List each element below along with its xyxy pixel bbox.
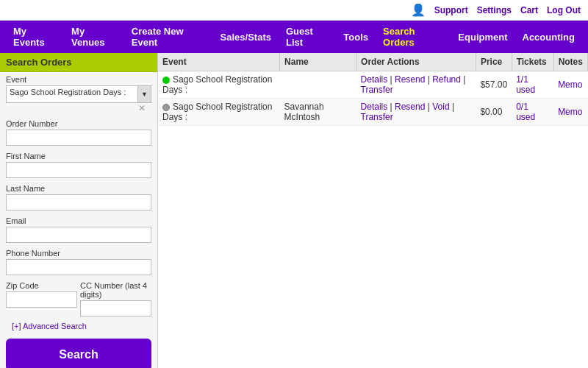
search-button-wrap: Search (0, 333, 157, 368)
order-number-label: Order Number (6, 119, 151, 128)
event-label: Event (6, 75, 151, 84)
zip-code-input[interactable] (6, 291, 77, 308)
cc-number-label: CC Number (last 4 digits) (80, 281, 151, 299)
cc-number-input[interactable] (80, 300, 151, 316)
action-link-details[interactable]: Details (361, 102, 388, 112)
phone-number-input[interactable] (6, 259, 151, 275)
cell-event: Sago School Registration Days : (158, 71, 280, 99)
col-name: Name (280, 53, 356, 71)
search-orders-title: Search Orders (0, 53, 157, 72)
status-dot (162, 104, 170, 111)
zip-code-label: Zip Code (6, 281, 77, 290)
email-group: Email (0, 213, 157, 246)
col-notes: Notes (553, 53, 587, 71)
action-link-transfer[interactable]: Transfer (361, 112, 393, 122)
nav-guest-list[interactable]: Guest List (279, 21, 336, 53)
action-link-details[interactable]: Details (361, 74, 388, 85)
cell-event: Sago School Registration Days : (158, 99, 280, 126)
cell-name (280, 71, 356, 99)
nav-tools[interactable]: Tools (336, 21, 376, 53)
first-name-group: First Name (0, 149, 157, 181)
table-header-row: Event Name Order Actions Price Tickets N… (158, 53, 588, 71)
nav-create-new-event[interactable]: Create New Event (124, 21, 213, 53)
event-select-text: Sago School Registration Days : (7, 86, 137, 102)
last-name-label: Last Name (6, 184, 151, 193)
nav-accounting[interactable]: Accounting (515, 21, 583, 53)
sidebar: Search Orders Event Sago School Registra… (0, 53, 158, 368)
tickets-link[interactable]: 0/1 used (516, 102, 535, 122)
event-select-wrapper[interactable]: Sago School Registration Days : ▼ (6, 85, 151, 103)
zip-cc-row: Zip Code CC Number (last 4 digits) (0, 278, 157, 319)
last-name-group: Last Name (0, 181, 157, 213)
user-icon: 👤 (411, 3, 426, 17)
event-select-dropdown-btn[interactable]: ▼ (137, 86, 151, 102)
search-button[interactable]: Search (6, 339, 151, 368)
col-tickets: Tickets (512, 53, 553, 71)
cell-tickets: 1/1 used (512, 71, 553, 99)
action-link-resend[interactable]: Resend (395, 74, 425, 85)
order-number-input[interactable] (6, 130, 151, 146)
zip-code-group: Zip Code (6, 281, 77, 316)
table-row: Sago School Registration Days :Savannah … (158, 99, 588, 126)
cell-price: $0.00 (476, 99, 512, 126)
memo-link[interactable]: Memo (558, 107, 582, 117)
cell-name: Savannah McIntosh (280, 99, 356, 126)
status-dot (162, 77, 170, 84)
memo-link[interactable]: Memo (558, 79, 582, 90)
nav-sales-stats[interactable]: Sales/Stats (213, 21, 279, 53)
action-link-refund[interactable]: Refund (432, 74, 461, 85)
action-link-resend[interactable]: Resend (395, 102, 425, 112)
phone-number-label: Phone Number (6, 249, 151, 258)
orders-table: Event Name Order Actions Price Tickets N… (158, 53, 588, 126)
content-area: Event Name Order Actions Price Tickets N… (158, 53, 588, 368)
table-row: Sago School Registration Days :Details |… (158, 71, 588, 99)
nav-bar: My Events My Venues Create New Event Sal… (0, 21, 588, 53)
advanced-search-link[interactable]: [+] Advanced Search (6, 320, 93, 332)
nav-my-events[interactable]: My Events (6, 21, 64, 53)
first-name-label: First Name (6, 152, 151, 160)
action-link-transfer[interactable]: Transfer (361, 85, 393, 95)
email-input[interactable] (6, 227, 151, 243)
settings-link[interactable]: Settings (477, 5, 512, 15)
cc-number-group: CC Number (last 4 digits) (80, 281, 151, 316)
action-link-void[interactable]: Void (432, 102, 449, 112)
col-price: Price (476, 53, 512, 71)
nav-equipment[interactable]: Equipment (451, 21, 514, 53)
top-bar-links: 👤 Support Settings Cart Log Out (411, 3, 581, 17)
email-label: Email (6, 216, 151, 225)
last-name-input[interactable] (6, 194, 151, 210)
col-event: Event (158, 53, 280, 71)
cell-actions: Details | Resend | Void | Transfer (356, 99, 476, 126)
cell-notes: Memo (553, 71, 587, 99)
support-link[interactable]: Support (434, 5, 468, 15)
event-clear-btn[interactable]: ✕ (6, 103, 151, 113)
nav-my-venues[interactable]: My Venues (64, 21, 124, 53)
tickets-link[interactable]: 1/1 used (516, 74, 535, 95)
event-selector: Event Sago School Registration Days : ▼ … (0, 72, 157, 116)
logout-link[interactable]: Log Out (547, 5, 581, 15)
order-number-group: Order Number (0, 116, 157, 149)
cell-notes: Memo (553, 99, 587, 126)
cell-actions: Details | Resend | Refund | Transfer (356, 71, 476, 99)
cell-price: $57.00 (476, 71, 512, 99)
cell-tickets: 0/1 used (512, 99, 553, 126)
main-layout: Search Orders Event Sago School Registra… (0, 53, 588, 368)
top-bar: 👤 Support Settings Cart Log Out (0, 0, 588, 21)
first-name-input[interactable] (6, 162, 151, 178)
phone-number-group: Phone Number (0, 246, 157, 278)
cart-link[interactable]: Cart (520, 5, 538, 15)
nav-search-orders[interactable]: Search Orders (376, 21, 451, 53)
col-order-actions: Order Actions (356, 53, 476, 71)
